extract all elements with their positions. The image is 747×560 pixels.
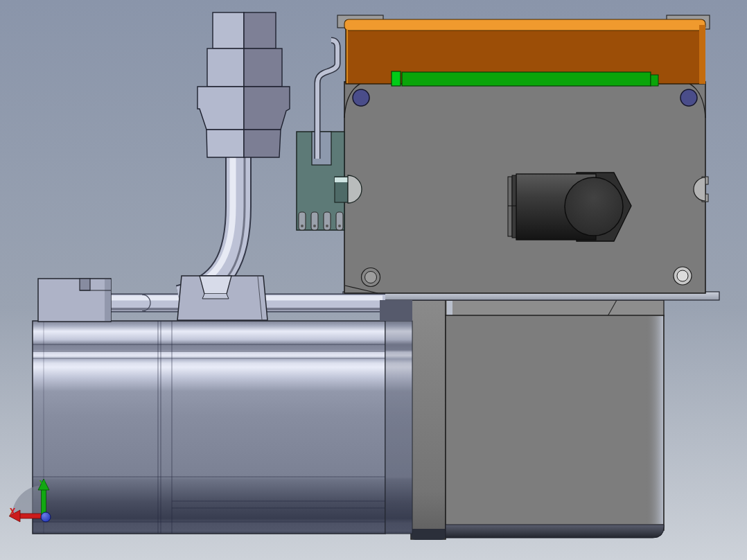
corner-screw-bottom-left bbox=[365, 272, 377, 283]
pcb-main-strip bbox=[402, 72, 651, 86]
plug-mid-left-face bbox=[207, 49, 244, 87]
gearbox-column-foot bbox=[411, 529, 446, 540]
gearbox-assembly bbox=[411, 300, 664, 540]
gearbox-flange-highlight bbox=[447, 301, 452, 315]
x-axis-label: X bbox=[10, 506, 16, 517]
bracket-body bbox=[38, 279, 111, 322]
orange-cover-top-bevel bbox=[344, 19, 705, 30]
encoder-underside-shadow bbox=[380, 300, 412, 321]
pin-1 bbox=[299, 212, 306, 230]
plug-top-left-face bbox=[213, 12, 244, 49]
plug-top-right-face bbox=[244, 12, 276, 49]
lens-cylinder-assembly bbox=[508, 173, 631, 241]
pin-3 bbox=[324, 212, 331, 230]
plug-mid-right-face bbox=[244, 49, 282, 87]
y-axis-label: Y bbox=[39, 478, 46, 489]
cable-clamp-block bbox=[177, 276, 267, 320]
gearbox-block-face bbox=[446, 315, 664, 530]
plug-base-left-face bbox=[206, 130, 244, 157]
bracket-side-face bbox=[105, 279, 111, 321]
corner-screw-bottom-right bbox=[677, 270, 688, 281]
z-axis-indicator bbox=[41, 512, 51, 522]
servo-motor-body bbox=[33, 321, 385, 534]
gearbox-bottom-edge bbox=[446, 525, 664, 538]
motor-mount-bracket bbox=[38, 279, 111, 322]
encoder-pcb-green bbox=[392, 71, 658, 86]
bracket-notch bbox=[80, 279, 90, 290]
corner-screw-top-left bbox=[353, 89, 369, 106]
encoder-module bbox=[297, 15, 710, 293]
gearbox-column bbox=[411, 300, 446, 539]
cylinder-flange-ring-light bbox=[508, 177, 512, 236]
pin-4 bbox=[336, 212, 343, 230]
plug-base-right-face bbox=[244, 130, 281, 157]
clamp-notch bbox=[200, 276, 231, 294]
plug-lower-right-face bbox=[244, 87, 290, 130]
plug-lower-left-face bbox=[197, 87, 244, 130]
servo-motor-assembly bbox=[33, 321, 412, 534]
gearbox-right-edge-highlight bbox=[645, 316, 663, 524]
clamp-notch-floor bbox=[202, 294, 229, 299]
lens-end-face bbox=[565, 177, 623, 236]
orange-cover-right-bevel bbox=[699, 25, 705, 84]
pcb-segment-small bbox=[392, 71, 401, 86]
pcb-step-right bbox=[651, 75, 658, 86]
motor-front-flange-shade bbox=[385, 321, 412, 534]
gearbox-top-flange bbox=[446, 300, 664, 316]
cad-viewport[interactable]: X Y bbox=[0, 0, 747, 560]
teal-side-tab-highlight bbox=[335, 177, 348, 182]
corner-screw-top-right bbox=[680, 89, 697, 106]
pin-2 bbox=[311, 212, 318, 230]
